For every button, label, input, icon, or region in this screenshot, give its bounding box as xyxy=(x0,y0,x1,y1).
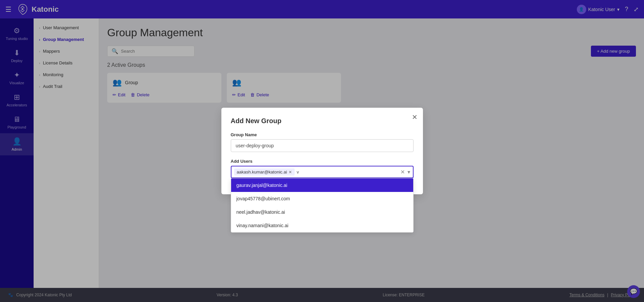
tag-email: aakash.kumar@katonic.ai xyxy=(237,169,287,174)
dropdown-item-gaurav[interactable]: gaurav.janjal@katonic.ai xyxy=(231,179,413,192)
group-name-label: Group Name xyxy=(231,132,414,137)
modal: Add New Group ✕ Group Name Add Users aak… xyxy=(221,108,423,194)
dropdown-item-neel[interactable]: neel.jadhav@katonic.ai xyxy=(231,205,413,219)
group-name-form-group: Group Name xyxy=(231,132,414,152)
tag-input[interactable] xyxy=(297,169,398,174)
modal-title: Add New Group xyxy=(231,117,414,125)
tag-dropdown-arrow-icon[interactable]: ▾ xyxy=(407,169,410,175)
tag-controls: ✕ ▾ xyxy=(400,169,410,175)
add-users-form-group: Add Users aakash.kumar@katonic.ai ✕ ✕ ▾ … xyxy=(231,159,414,178)
selected-user-tag: aakash.kumar@katonic.ai ✕ xyxy=(234,168,295,175)
add-users-label: Add Users xyxy=(231,159,414,164)
tag-clear-icon[interactable]: ✕ xyxy=(400,169,405,175)
dropdown-item-vinay[interactable]: vinay.namani@katonic.ai xyxy=(231,219,413,232)
tag-input-container[interactable]: aakash.kumar@katonic.ai ✕ ✕ ▾ gaurav.jan… xyxy=(231,166,414,178)
modal-overlay: Add New Group ✕ Group Name Add Users aak… xyxy=(0,0,644,302)
modal-close-button[interactable]: ✕ xyxy=(412,113,418,121)
dropdown-list: gaurav.janjal@katonic.ai jovap45778@ubin… xyxy=(231,178,414,233)
tag-close-icon[interactable]: ✕ xyxy=(289,170,292,174)
group-name-input[interactable] xyxy=(231,139,414,152)
dropdown-item-jovap[interactable]: jovap45778@ubinert.com xyxy=(231,192,413,205)
